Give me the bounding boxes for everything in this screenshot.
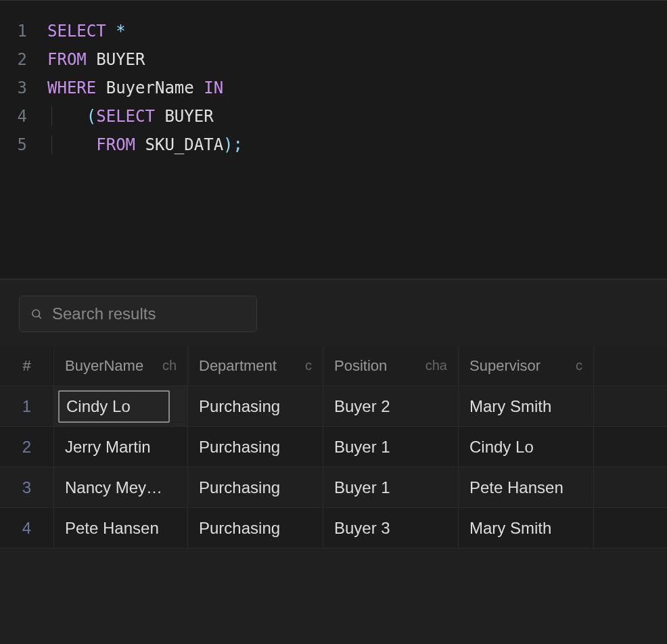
code-token: FROM (96, 135, 135, 154)
code-token (87, 50, 96, 69)
column-type: c (576, 358, 582, 373)
cell-value: Cindy Lo (469, 438, 582, 457)
line-number: 5 (0, 131, 47, 159)
table-cell[interactable]: Cindy Lo (459, 427, 594, 467)
line-number: 2 (0, 45, 47, 74)
cell-value: Cindy Lo (58, 390, 170, 423)
search-input[interactable] (52, 304, 246, 323)
column-header[interactable]: Positioncha (323, 346, 459, 386)
cell-value: Mary Smith (469, 397, 582, 416)
code-line[interactable]: 4 (SELECT BUYER (0, 102, 667, 131)
search-icon (30, 308, 43, 320)
row-number[interactable]: 1 (0, 386, 54, 426)
row-number[interactable]: 3 (0, 467, 54, 507)
cell-value: Buyer 1 (334, 478, 447, 497)
line-content[interactable]: SELECT * (47, 17, 126, 45)
code-line[interactable]: 2FROM BUYER (0, 45, 667, 74)
svg-point-0 (32, 310, 40, 317)
code-token: BUYER (96, 50, 145, 69)
line-content[interactable]: FROM SKU_DATA); (47, 131, 243, 159)
column-header[interactable]: Departmentc (188, 346, 323, 386)
code-token: * (116, 22, 125, 41)
code-token: ; (233, 135, 243, 154)
table-cell[interactable]: Purchasing (188, 386, 323, 426)
cell-value: Buyer 1 (334, 438, 447, 457)
line-content[interactable]: WHERE BuyerName IN (47, 74, 223, 102)
code-token (194, 78, 204, 97)
code-token: FROM (47, 50, 87, 69)
cell-value: Purchasing (199, 397, 312, 416)
table-cell[interactable]: Mary Smith (459, 508, 594, 548)
indent-guide (51, 107, 52, 126)
code-token: SELECT (96, 107, 155, 126)
line-number: 4 (0, 102, 47, 131)
cell-value: Buyer 3 (334, 519, 447, 538)
table-cell[interactable]: Buyer 1 (323, 467, 459, 507)
cell-value: Purchasing (199, 438, 312, 457)
table-row[interactable]: 3Nancy Mey…PurchasingBuyer 1Pete Hansen (0, 467, 667, 508)
cell-value: Pete Hansen (469, 478, 582, 497)
table-cell[interactable]: Buyer 2 (323, 386, 459, 426)
code-token: ( (87, 107, 96, 126)
column-type: c (305, 358, 312, 373)
column-type: ch (162, 358, 177, 373)
cell-value: Jerry Martin (65, 438, 177, 457)
code-token (106, 22, 116, 41)
cell-value: Mary Smith (469, 519, 582, 538)
svg-line-1 (39, 316, 41, 319)
table-cell[interactable]: Cindy Lo (54, 386, 188, 426)
table-cell[interactable]: Purchasing (188, 467, 323, 507)
indent-guide (51, 135, 52, 154)
cell-value: Purchasing (199, 519, 312, 538)
table-cell[interactable]: Pete Hansen (459, 467, 594, 507)
line-number: 3 (0, 74, 47, 102)
column-header[interactable]: Supervisorc (459, 346, 594, 386)
table-cell[interactable]: Purchasing (188, 508, 323, 548)
table-cell[interactable]: Buyer 1 (323, 427, 459, 467)
row-number[interactable]: 2 (0, 427, 54, 467)
code-line[interactable]: 5 FROM SKU_DATA); (0, 131, 667, 159)
results-table: #BuyerNamechDepartmentcPositionchaSuperv… (0, 346, 667, 549)
table-cell[interactable]: Buyer 3 (323, 508, 459, 548)
column-type: cha (426, 358, 447, 373)
search-input-wrap[interactable] (19, 296, 257, 332)
table-cell[interactable]: Purchasing (188, 427, 323, 467)
cell-value: Purchasing (199, 478, 312, 497)
column-header[interactable]: BuyerNamech (54, 346, 188, 386)
code-token (87, 135, 96, 154)
indent (47, 107, 87, 126)
table-cell[interactable]: Nancy Mey… (54, 467, 188, 507)
code-token (135, 135, 145, 154)
code-token: BuyerName (106, 78, 194, 97)
code-line[interactable]: 3WHERE BuyerName IN (0, 74, 667, 102)
table-cell[interactable]: Jerry Martin (54, 427, 188, 467)
code-line[interactable]: 1SELECT * (0, 17, 667, 45)
code-token: WHERE (47, 78, 96, 97)
results-panel: #BuyerNamechDepartmentcPositionchaSuperv… (0, 279, 667, 644)
code-token: ) (223, 135, 233, 154)
code-token (155, 107, 164, 126)
table-row[interactable]: 4Pete HansenPurchasingBuyer 3Mary Smith (0, 508, 667, 549)
line-content[interactable]: (SELECT BUYER (47, 102, 214, 131)
column-name: Position (334, 357, 387, 375)
table-cell[interactable]: Pete Hansen (54, 508, 188, 548)
table-header-row: #BuyerNamechDepartmentcPositionchaSuperv… (0, 346, 667, 386)
code-token: IN (204, 78, 223, 97)
table-row[interactable]: 1Cindy LoPurchasingBuyer 2Mary Smith (0, 386, 667, 427)
code-token: SKU_DATA (145, 135, 224, 154)
column-name: Department (199, 357, 277, 375)
code-token (96, 78, 106, 97)
line-content[interactable]: FROM BUYER (47, 45, 145, 74)
column-name: BuyerName (65, 357, 143, 375)
code-editor[interactable]: 1SELECT *2FROM BUYER3WHERE BuyerName IN4… (0, 0, 667, 279)
rownum-header[interactable]: # (0, 346, 54, 386)
indent (47, 135, 87, 154)
cell-value: Nancy Mey… (65, 478, 177, 497)
cell-value: Pete Hansen (65, 519, 177, 538)
row-number[interactable]: 4 (0, 508, 54, 548)
code-token: BUYER (164, 107, 213, 126)
table-cell[interactable]: Mary Smith (459, 386, 594, 426)
search-bar (0, 279, 667, 346)
table-row[interactable]: 2Jerry MartinPurchasingBuyer 1Cindy Lo (0, 427, 667, 467)
cell-value: Buyer 2 (334, 397, 447, 416)
